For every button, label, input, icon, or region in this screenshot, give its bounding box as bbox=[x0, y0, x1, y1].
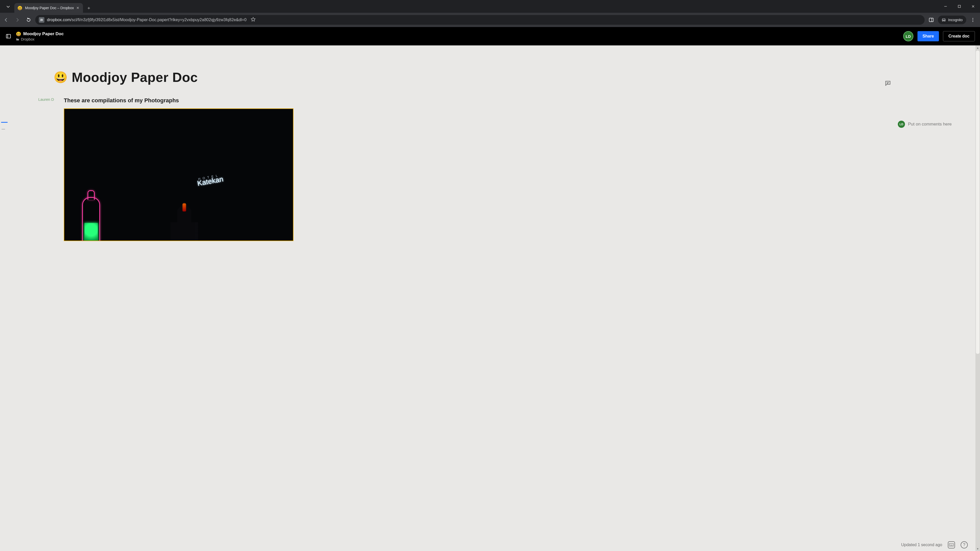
site-settings-icon[interactable] bbox=[39, 17, 45, 23]
document-title: Moodjoy Paper Doc bbox=[72, 70, 198, 85]
scroll-up-icon[interactable]: ▲ bbox=[975, 45, 980, 50]
new-tab-button[interactable]: ＋ bbox=[85, 4, 93, 12]
breadcrumb[interactable]: Dropbox bbox=[16, 37, 64, 41]
panel-icon bbox=[929, 17, 934, 22]
nav-reload-button[interactable] bbox=[24, 15, 33, 24]
scroll-down-icon[interactable]: ▼ bbox=[975, 546, 980, 551]
svg-rect-9 bbox=[950, 544, 954, 546]
svg-rect-0 bbox=[958, 5, 961, 8]
outline-marker-active[interactable] bbox=[1, 122, 8, 123]
window-maximize-button[interactable] bbox=[953, 0, 966, 13]
header-doc-emoji: 😃 bbox=[16, 32, 21, 37]
document-title-emoji: 😃 bbox=[54, 71, 68, 84]
app-viewport: 😃 Moodjoy Paper Doc Dropbox LD Share Cre… bbox=[0, 27, 980, 551]
header-doc-title-text: Moodjoy Paper Doc bbox=[23, 32, 64, 37]
document-body-heading[interactable]: These are compilations of my Photographs bbox=[64, 97, 899, 104]
breadcrumb-root: Dropbox bbox=[21, 37, 35, 41]
comment-avatar: LD bbox=[898, 121, 905, 128]
outline-marker[interactable] bbox=[2, 129, 5, 130]
window-minimize-button[interactable] bbox=[939, 0, 953, 13]
url-bar[interactable]: dropbox.com/scl/fi/n3zfj9fyi392l1d8x5ist… bbox=[35, 15, 924, 25]
svg-rect-4 bbox=[929, 18, 933, 22]
line-attribution[interactable]: Lauren D bbox=[38, 97, 54, 102]
scroll-thumb[interactable] bbox=[976, 51, 980, 354]
keyboard-icon bbox=[949, 543, 954, 546]
bookmark-star-icon[interactable] bbox=[251, 17, 256, 23]
arrow-right-icon bbox=[15, 17, 20, 22]
browser-tab[interactable]: 😃 Moodjoy Paper Doc – Dropbox ✕ bbox=[14, 3, 83, 13]
browser-address-bar: dropbox.com/scl/fi/n3zfj9fyi392l1d8x5ist… bbox=[0, 13, 980, 27]
chevron-down-icon bbox=[6, 5, 10, 9]
nav-back-button[interactable] bbox=[2, 15, 11, 24]
svg-point-3 bbox=[41, 21, 41, 21]
tab-close-icon[interactable]: ✕ bbox=[76, 6, 80, 10]
svg-point-6 bbox=[972, 19, 973, 20]
header-doc-title[interactable]: 😃 Moodjoy Paper Doc bbox=[16, 32, 64, 37]
incognito-icon bbox=[942, 17, 946, 22]
document-title-row[interactable]: 😃 Moodjoy Paper Doc bbox=[54, 70, 899, 85]
browser-menu-button[interactable] bbox=[968, 15, 977, 24]
browser-tab-bar: 😃 Moodjoy Paper Doc – Dropbox ✕ ＋ bbox=[0, 0, 980, 13]
tab-search-dropdown[interactable] bbox=[3, 2, 13, 11]
nav-forward-button[interactable] bbox=[13, 15, 22, 24]
comment-icon bbox=[885, 80, 891, 86]
avatar[interactable]: LD bbox=[903, 31, 913, 41]
reload-icon bbox=[26, 17, 31, 22]
kebab-icon bbox=[970, 17, 975, 22]
side-panel-button[interactable] bbox=[927, 15, 936, 24]
svg-point-7 bbox=[972, 21, 973, 22]
document-outline[interactable] bbox=[1, 122, 9, 130]
comment-input[interactable] bbox=[908, 122, 969, 127]
url-text: dropbox.com/scl/fi/n3zfj9fyi392l1d8x5ist… bbox=[47, 17, 247, 22]
status-bar: Updated 1 second ago ? bbox=[901, 541, 968, 548]
comment-input-row: LD bbox=[898, 121, 969, 128]
sidebar-icon bbox=[6, 33, 11, 39]
svg-point-1 bbox=[41, 19, 41, 20]
help-button[interactable]: ? bbox=[961, 541, 968, 548]
keyboard-shortcuts-button[interactable] bbox=[948, 541, 955, 548]
photo-building-silhouette bbox=[161, 200, 207, 241]
svg-point-2 bbox=[42, 20, 43, 21]
photo-hotel-sign: H O T E L Katekan bbox=[196, 173, 224, 187]
add-comment-button[interactable] bbox=[885, 80, 891, 86]
incognito-label: Incognito bbox=[948, 18, 963, 22]
share-button[interactable]: Share bbox=[918, 31, 939, 41]
incognito-indicator[interactable]: Incognito bbox=[938, 16, 966, 24]
folder-icon bbox=[16, 38, 19, 41]
svg-point-5 bbox=[972, 18, 973, 19]
arrow-left-icon bbox=[3, 17, 9, 22]
app-header: 😃 Moodjoy Paper Doc Dropbox LD Share Cre… bbox=[0, 27, 980, 45]
document-canvas: 😃 Moodjoy Paper Doc Lauren D These are c… bbox=[0, 45, 975, 551]
window-controls bbox=[939, 0, 980, 13]
tab-title: Moodjoy Paper Doc – Dropbox bbox=[25, 6, 74, 10]
create-doc-button[interactable]: Create doc bbox=[943, 31, 975, 41]
svg-rect-8 bbox=[6, 35, 11, 38]
window-close-button[interactable] bbox=[966, 0, 980, 13]
last-updated-text: Updated 1 second ago bbox=[901, 543, 942, 547]
sidebar-toggle-button[interactable] bbox=[5, 33, 12, 40]
embedded-image[interactable]: H O T E L Katekan bbox=[64, 108, 293, 241]
tab-favicon: 😃 bbox=[18, 6, 22, 11]
photo-neon-bottle bbox=[82, 197, 100, 241]
vertical-scrollbar[interactable]: ▲ ▼ bbox=[975, 45, 980, 551]
